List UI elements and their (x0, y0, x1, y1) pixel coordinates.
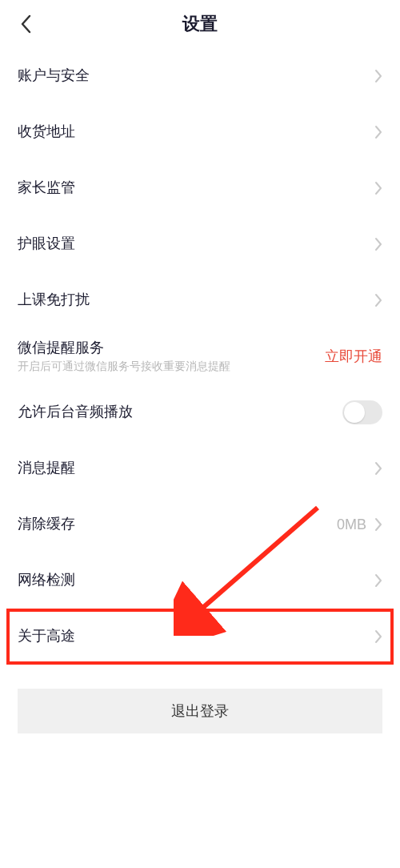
toggle-knob (344, 402, 365, 423)
chevron-left-icon (20, 14, 31, 34)
settings-list: 账户与安全 收货地址 家长监管 护眼设置 上课免打扰 微信提醒服务 开启后可通过… (0, 48, 400, 665)
row-label: 允许后台音频播放 (18, 403, 133, 421)
row-eye-protection[interactable]: 护眼设置 (0, 216, 400, 272)
back-button[interactable] (10, 8, 42, 40)
chevron-right-icon (374, 181, 382, 195)
row-shipping-address[interactable]: 收货地址 (0, 104, 400, 160)
row-label: 清除缓存 (18, 515, 75, 533)
chevron-right-icon (374, 125, 382, 139)
row-label: 收货地址 (18, 123, 75, 141)
bgaudio-toggle[interactable] (342, 400, 382, 424)
header: 设置 (0, 0, 400, 48)
row-label: 关于高途 (18, 627, 75, 645)
row-wechat-reminder[interactable]: 微信提醒服务 开启后可通过微信服务号接收重要消息提醒 立即开通 (0, 328, 400, 384)
row-account-security[interactable]: 账户与安全 (0, 48, 400, 104)
chevron-right-icon (374, 293, 382, 307)
row-label: 消息提醒 (18, 459, 75, 477)
chevron-right-icon (374, 69, 382, 83)
chevron-right-icon (374, 573, 382, 588)
row-dnd[interactable]: 上课免打扰 (0, 272, 400, 328)
row-background-audio: 允许后台音频播放 (0, 384, 400, 440)
cache-size: 0MB (337, 516, 366, 533)
logout-section: 退出登录 (0, 665, 400, 733)
row-notifications[interactable]: 消息提醒 (0, 440, 400, 496)
row-clear-cache[interactable]: 清除缓存 0MB (0, 496, 400, 553)
chevron-right-icon (374, 461, 382, 476)
row-parental-control[interactable]: 家长监管 (0, 160, 400, 216)
row-network-check[interactable]: 网络检测 (0, 553, 400, 609)
chevron-right-icon (374, 237, 382, 251)
row-label: 微信提醒服务 (18, 339, 230, 357)
logout-label: 退出登录 (171, 701, 229, 721)
row-sublabel: 开启后可通过微信服务号接收重要消息提醒 (18, 360, 230, 374)
page-title: 设置 (0, 12, 400, 36)
logout-button[interactable]: 退出登录 (18, 689, 382, 733)
row-label: 护眼设置 (18, 235, 75, 253)
chevron-right-icon (374, 517, 382, 532)
row-label: 上课免打扰 (18, 291, 90, 309)
row-label: 网络检测 (18, 571, 75, 589)
row-about[interactable]: 关于高途 (0, 609, 400, 665)
row-label: 家长监管 (18, 179, 75, 197)
row-label: 账户与安全 (18, 66, 90, 85)
chevron-right-icon (374, 629, 382, 644)
wechat-action[interactable]: 立即开通 (325, 347, 382, 366)
